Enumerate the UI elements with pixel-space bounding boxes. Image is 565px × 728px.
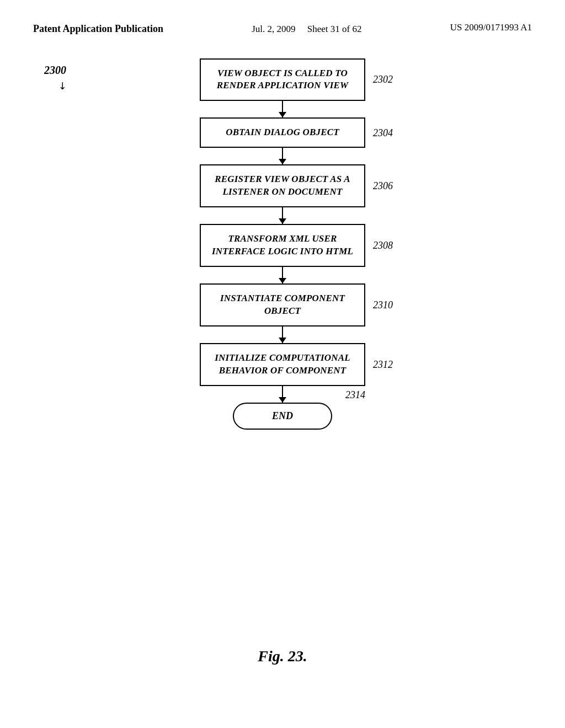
arrow-2310-2312 <box>282 326 284 343</box>
step-label-2308: 2308 <box>373 240 393 251</box>
step-row-2314: END 2314 <box>178 403 387 430</box>
step-row-2302: VIEW OBJECT IS CALLED TO RENDER APPLICAT… <box>178 58 387 101</box>
step-label-2304: 2304 <box>373 127 393 138</box>
page-header: Patent Application Publication Jul. 2, 2… <box>0 0 565 36</box>
step-row-2304: OBTAIN DIALOG OBJECT 2304 <box>178 117 387 148</box>
sheet-text: Sheet 31 of 62 <box>307 24 362 34</box>
publication-text: Patent Application Publication <box>33 23 163 34</box>
arrow-2306-2308 <box>282 207 284 224</box>
arrow-2312-2314 <box>282 386 284 403</box>
step-label-2312: 2312 <box>373 358 393 370</box>
label-2300: 2300 <box>44 64 66 77</box>
flow-box-2306: REGISTER VIEW OBJECT AS A LISTENER ON DO… <box>200 164 365 207</box>
flowchart: VIEW OBJECT IS CALLED TO RENDER APPLICAT… <box>189 58 376 430</box>
arrow-2300-icon: ↘ <box>55 78 70 92</box>
sheet-info: Jul. 2, 2009 Sheet 31 of 62 <box>252 22 361 36</box>
flow-box-2310: INSTANTIATE COMPONENT OBJECT <box>200 283 365 326</box>
flow-terminal-2314: END <box>233 403 332 430</box>
flow-box-2308: TRANSFORM XML USER INTERFACE LOGIC INTO … <box>200 224 365 267</box>
flow-box-2308-text: TRANSFORM XML USER INTERFACE LOGIC INTO … <box>212 233 353 256</box>
flow-box-2304: OBTAIN DIALOG OBJECT <box>200 117 365 148</box>
step-row-2306: REGISTER VIEW OBJECT AS A LISTENER ON DO… <box>178 164 387 207</box>
flow-box-2304-text: OBTAIN DIALOG OBJECT <box>226 127 339 137</box>
step-row-2310: INSTANTIATE COMPONENT OBJECT 2310 <box>178 283 387 326</box>
publication-label: Patent Application Publication <box>33 22 163 36</box>
flow-box-2312-text: INITIALIZE COMPUTATIONAL BEHAVIOR OF COM… <box>215 352 350 376</box>
step-label-2310: 2310 <box>373 299 393 311</box>
flow-box-2302-text: VIEW OBJECT IS CALLED TO RENDER APPLICAT… <box>217 68 349 91</box>
flow-box-2310-text: INSTANTIATE COMPONENT OBJECT <box>220 293 345 316</box>
figure-caption-text: Fig. 23. <box>258 647 307 665</box>
step-label-2306: 2306 <box>373 180 393 192</box>
flow-box-2306-text: REGISTER VIEW OBJECT AS A LISTENER ON DO… <box>215 174 350 197</box>
step-row-2308: TRANSFORM XML USER INTERFACE LOGIC INTO … <box>178 224 387 267</box>
arrow-2302-2304 <box>282 101 284 117</box>
date-text: Jul. 2, 2009 <box>252 24 295 34</box>
arrow-2308-2310 <box>282 267 284 283</box>
diagram-area: 2300 ↘ VIEW OBJECT IS CALLED TO RENDER A… <box>0 47 565 687</box>
flow-box-2312: INITIALIZE COMPUTATIONAL BEHAVIOR OF COM… <box>200 343 365 386</box>
step-label-2302: 2302 <box>373 74 393 85</box>
flow-box-2302: VIEW OBJECT IS CALLED TO RENDER APPLICAT… <box>200 58 365 101</box>
arrow-2304-2306 <box>282 148 284 164</box>
step-row-2312: INITIALIZE COMPUTATIONAL BEHAVIOR OF COM… <box>178 343 387 386</box>
flow-terminal-2314-text: END <box>272 410 293 421</box>
patent-number: US 2009/0171993 A1 <box>450 22 532 33</box>
figure-caption: Fig. 23. <box>258 647 307 665</box>
step-label-2314: 2314 <box>345 389 365 401</box>
patent-number-text: US 2009/0171993 A1 <box>450 22 532 33</box>
